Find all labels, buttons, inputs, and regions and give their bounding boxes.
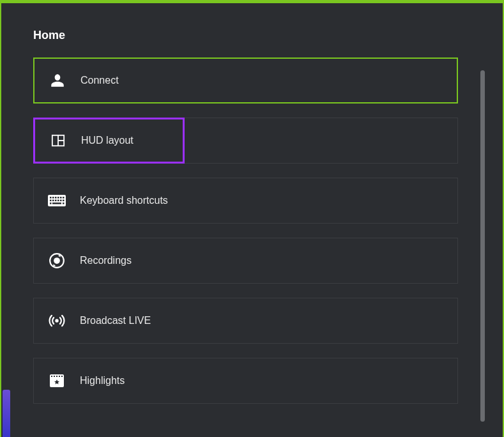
menu-item-label: Broadcast LIVE: [80, 315, 151, 326]
broadcast-icon: [48, 312, 66, 330]
svg-rect-19: [63, 203, 65, 204]
menu-item-hud-layout[interactable]: HUD layout: [33, 118, 185, 164]
menu-item-highlights[interactable]: Highlights: [33, 358, 458, 404]
scrollbar-thumb[interactable]: [480, 70, 485, 422]
svg-rect-12: [52, 200, 54, 202]
svg-rect-24: [51, 376, 52, 377]
menu-item-label: HUD layout: [81, 135, 134, 146]
menu-item-label: Keyboard shortcuts: [80, 195, 168, 206]
svg-rect-18: [52, 203, 61, 204]
svg-rect-3: [59, 141, 63, 145]
menu-row-hud: HUD layout: [33, 118, 458, 164]
home-menu-list: Connect HUD layout: [33, 57, 458, 404]
svg-rect-7: [55, 197, 57, 199]
svg-rect-25: [54, 376, 55, 377]
svg-point-21: [54, 257, 60, 264]
svg-rect-1: [53, 136, 57, 146]
svg-rect-27: [59, 376, 60, 377]
keyboard-icon: [48, 192, 66, 210]
menu-item-recordings[interactable]: Recordings: [33, 238, 458, 284]
svg-rect-2: [59, 136, 63, 140]
page-title: Home: [33, 29, 477, 42]
svg-rect-10: [63, 197, 65, 199]
svg-rect-14: [57, 200, 59, 202]
svg-rect-15: [60, 200, 62, 202]
menu-item-label: Recordings: [80, 255, 132, 266]
menu-item-hud-layout-extension[interactable]: [185, 118, 458, 164]
home-panel: Home Connect HUD layout: [1, 3, 503, 437]
film-star-icon: [48, 372, 66, 390]
svg-rect-8: [57, 197, 59, 199]
menu-item-broadcast-live[interactable]: Broadcast LIVE: [33, 298, 458, 344]
svg-rect-28: [61, 376, 63, 377]
svg-rect-11: [50, 200, 52, 202]
menu-item-label: Highlights: [80, 375, 125, 387]
menu-item-label: Connect: [80, 75, 119, 86]
svg-point-22: [55, 319, 58, 322]
svg-rect-13: [55, 200, 57, 202]
user-icon: [49, 72, 66, 89]
svg-rect-6: [52, 197, 54, 199]
svg-rect-5: [50, 197, 52, 199]
svg-rect-17: [50, 203, 52, 204]
menu-item-keyboard-shortcuts[interactable]: Keyboard shortcuts: [33, 178, 458, 224]
record-icon: [48, 252, 66, 270]
svg-rect-26: [56, 376, 57, 377]
svg-rect-9: [60, 197, 62, 199]
svg-rect-16: [63, 200, 65, 202]
layout-grid-icon: [49, 132, 67, 150]
menu-item-connect[interactable]: Connect: [33, 57, 458, 103]
